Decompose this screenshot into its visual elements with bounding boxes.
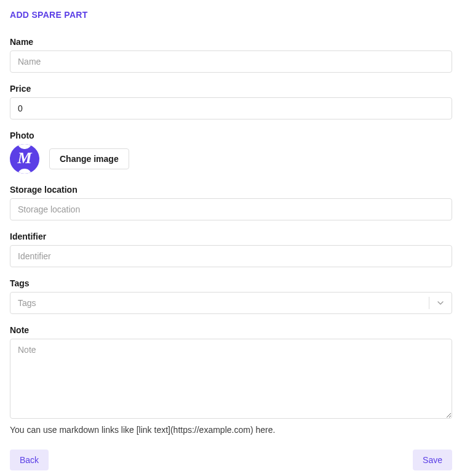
chevron-down-icon — [436, 298, 445, 308]
page-title: ADD SPARE PART — [10, 10, 452, 20]
identifier-label: Identifier — [10, 232, 452, 241]
photo-preview: M — [10, 144, 39, 174]
tags-group: Tags Tags — [10, 278, 452, 314]
identifier-input[interactable] — [10, 245, 452, 267]
storage-input[interactable] — [10, 198, 452, 220]
price-input[interactable] — [10, 97, 452, 119]
note-textarea[interactable] — [10, 339, 452, 419]
save-button[interactable]: Save — [413, 450, 452, 470]
note-help-text: You can use markdown links like [link te… — [10, 425, 452, 435]
name-label: Name — [10, 37, 452, 47]
logo-m-icon: M — [17, 149, 31, 167]
price-label: Price — [10, 84, 452, 94]
note-label: Note — [10, 325, 452, 335]
note-group: Note You can use markdown links like [li… — [10, 325, 452, 435]
photo-group: Photo M Change image — [10, 131, 452, 174]
name-group: Name — [10, 37, 452, 73]
storage-label: Storage location — [10, 185, 452, 195]
change-image-button[interactable]: Change image — [49, 148, 129, 169]
price-group: Price — [10, 84, 452, 119]
tags-placeholder[interactable]: Tags — [10, 292, 429, 313]
identifier-group: Identifier — [10, 232, 452, 267]
storage-group: Storage location — [10, 185, 452, 220]
tags-dropdown-toggle[interactable] — [429, 292, 452, 313]
tags-label: Tags — [10, 278, 452, 288]
tags-select[interactable]: Tags — [10, 292, 452, 314]
photo-label: Photo — [10, 131, 452, 140]
name-input[interactable] — [10, 50, 452, 73]
button-row: Back Save — [10, 450, 452, 470]
back-button[interactable]: Back — [10, 450, 49, 470]
